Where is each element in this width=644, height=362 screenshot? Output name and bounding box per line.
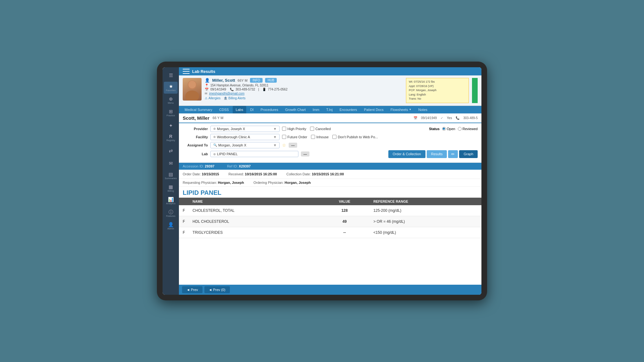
facility-input[interactable]: ⊕ Westborough Clinic A ▼: [210, 134, 280, 140]
facility-arrow: ▼: [273, 135, 277, 139]
ref-id-group: Ref ID: X29397: [227, 164, 251, 168]
future-order-box[interactable]: [282, 135, 286, 139]
patient-bar-dob: 09/14/1949: [421, 116, 437, 120]
cancelled-box[interactable]: [310, 127, 314, 131]
cancelled-checkbox[interactable]: Cancelled: [310, 127, 331, 131]
sidebar-item-records[interactable]: ▤ Summaries: [164, 170, 178, 182]
provider-input[interactable]: ⊕ Morgan, Joseph X ▼: [210, 126, 280, 132]
prev-button[interactable]: ◄ Prev: [182, 286, 203, 293]
nav-tabs: Medical Summary CDSS Labs DI Procedures …: [179, 106, 481, 113]
name-header: NAME: [189, 198, 319, 205]
collection-date-value: 10/15/2015 16:21:00: [312, 172, 344, 176]
tab-imm[interactable]: Imm: [309, 106, 322, 113]
pencil-icon-button[interactable]: ✏: [448, 150, 458, 158]
flag-cell: F: [179, 216, 189, 227]
tab-medical-summary[interactable]: Medical Summary: [181, 106, 215, 113]
open-radio-circle[interactable]: [442, 127, 446, 131]
value-cell: 49: [319, 216, 370, 227]
tab-growth-chart[interactable]: Growth Chart: [282, 106, 309, 113]
sidebar-item-analytics[interactable]: 📊 Analytics: [164, 195, 178, 207]
tab-procedures[interactable]: Procedures: [257, 106, 281, 113]
checkbox-group-1: High Priority Cancelled: [282, 127, 426, 131]
results-button[interactable]: Results: [427, 150, 447, 158]
future-order-checkbox[interactable]: Future Order: [282, 135, 307, 139]
tablet-frame: ☰ ★ Favorites ⊕ Menu ⊞ Practice ✦ R Regi…: [157, 62, 487, 300]
tab-tinj[interactable]: T.Inj: [323, 106, 336, 113]
dont-publish-label: Don't Publish to Web Po...: [338, 135, 378, 139]
assigned-arrow: ▼: [273, 143, 277, 147]
patient-phone2: 774-275-0562: [268, 88, 287, 91]
analytics-icon: 📊: [168, 197, 174, 202]
sidebar-favorites-label: Favorites: [166, 89, 176, 92]
form-row-assigned: Assigned To 🔍 Morgan, Joseph X ▼ ☆ —: [183, 142, 478, 148]
sidebar-item-admin[interactable]: 👤 Admin: [164, 220, 178, 232]
status-reviewed-radio[interactable]: Reviewed: [458, 127, 478, 131]
graph-button[interactable]: Graph: [459, 150, 478, 158]
patient-dob-row: 📅 09/14/1949 📞 303-489-5732 | 📱 774-275-…: [205, 88, 403, 91]
sidebar-item-tools[interactable]: ✦: [164, 119, 178, 131]
flag-cell: F: [179, 227, 189, 238]
lab-input[interactable]: ⊕ LIPID PANEL: [210, 151, 298, 157]
status-group: Status Open Reviewed: [429, 127, 478, 131]
tab-encounters[interactable]: Encounters: [336, 106, 360, 113]
sidebar-item-billing[interactable]: ▦ Billing: [164, 182, 178, 194]
tab-labs[interactable]: Labs: [233, 106, 247, 113]
assigned-label: Assigned To: [183, 143, 208, 147]
menu-icon: ☰: [169, 73, 173, 78]
table-row: F HDL CHOLESTEROL 49 > OR = 46 (mg/dL): [179, 216, 481, 227]
status-open-radio[interactable]: Open: [442, 127, 455, 131]
tools-icon: ✦: [169, 123, 173, 128]
accession-bar: Accession ID: 29397 Ref ID: X29397: [179, 163, 481, 170]
tab-flowsheets[interactable]: Flowsheets ▼: [387, 106, 415, 113]
info-button[interactable]: INFO: [250, 78, 263, 83]
dont-publish-checkbox[interactable]: Don't Publish to Web Po...: [332, 135, 378, 139]
sidebar-analytics-label: Analytics: [166, 202, 175, 205]
checkbox-group-2: Future Order Inhouse Don't Publish to We…: [282, 135, 478, 139]
assigned-icon: 🔍: [213, 143, 217, 147]
prev-count-button[interactable]: ◄ Prev (0): [204, 286, 230, 293]
reviewed-radio-circle[interactable]: [458, 127, 462, 131]
patient-header: 👤 Miller, Scott 66Y M INFO HUB 📍 154 Ham…: [179, 75, 481, 106]
sidebar-item-mail[interactable]: ✉: [164, 157, 178, 169]
patient-summary-box: Wt: 07/25/16 172 lbs Appt: 07/28/16 (VP)…: [406, 78, 469, 103]
sidebar-item-clinic[interactable]: ⊕ Menu: [164, 94, 178, 106]
results-area: Accession ID: 29397 Ref ID: X29397 Order…: [179, 163, 481, 285]
star-icon: ★: [169, 84, 173, 89]
sidebar-item-transfer[interactable]: ⇄: [164, 145, 178, 156]
star-button[interactable]: ☆: [282, 143, 286, 148]
ordering-physician-group: Ordering Physician: Horgan, Joseph: [253, 181, 311, 184]
tab-notes[interactable]: Notes: [415, 106, 430, 113]
inhouse-box[interactable]: [311, 135, 315, 139]
sidebar-practice-label: Practice: [166, 114, 175, 117]
tab-patient-docs[interactable]: Patient Docs: [361, 106, 386, 113]
allergies-link[interactable]: ⚠ Allergies: [205, 96, 220, 100]
patient-bar-phone: 303-489-5: [463, 116, 478, 120]
sidebar-item-menu[interactable]: ☰: [164, 69, 178, 81]
order-collection-button[interactable]: Order & Collection: [388, 150, 425, 158]
sidebar-item-favorites[interactable]: ★ Favorites: [164, 82, 178, 94]
summary-lang: Lang: English: [409, 93, 466, 97]
form-row-lab: Lab ⊕ LIPID PANEL — Order & Collection R…: [183, 150, 478, 158]
sidebar-item-dashboard[interactable]: ⊞ Practice: [164, 107, 178, 119]
lab-dash-button[interactable]: —: [301, 151, 309, 156]
sidebar-item-rx[interactable]: R Registry: [164, 132, 178, 144]
patient-bar-name: Scott, Miller: [183, 115, 209, 121]
person-icon: 👤: [205, 78, 210, 83]
ref-id-label: Ref ID:: [227, 164, 238, 168]
hamburger-menu[interactable]: [183, 69, 190, 74]
assigned-input[interactable]: 🔍 Morgan, Joseph X ▼: [210, 142, 280, 148]
high-priority-checkbox[interactable]: High Priority: [282, 127, 306, 131]
dont-publish-box[interactable]: [332, 135, 336, 139]
tab-di[interactable]: DI: [247, 106, 257, 113]
dash-button[interactable]: —: [289, 143, 297, 148]
sidebar-item-info[interactable]: ⓘ Features: [164, 207, 178, 219]
name-cell: HDL CHOLESTEROL: [189, 216, 319, 227]
billing-alerts-link[interactable]: 🏦 Billing Alerts: [224, 96, 245, 100]
hub-button[interactable]: HUB: [265, 78, 277, 83]
high-priority-box[interactable]: [282, 127, 286, 131]
table-row: F CHOLESTEROL, TOTAL 128 125-200 (mg/dL): [179, 205, 481, 216]
sidebar-menu-label: Menu: [168, 102, 174, 104]
tab-cdss[interactable]: CDSS: [216, 106, 232, 113]
inhouse-checkbox[interactable]: Inhouse: [311, 135, 329, 139]
flag-header: [179, 198, 189, 205]
